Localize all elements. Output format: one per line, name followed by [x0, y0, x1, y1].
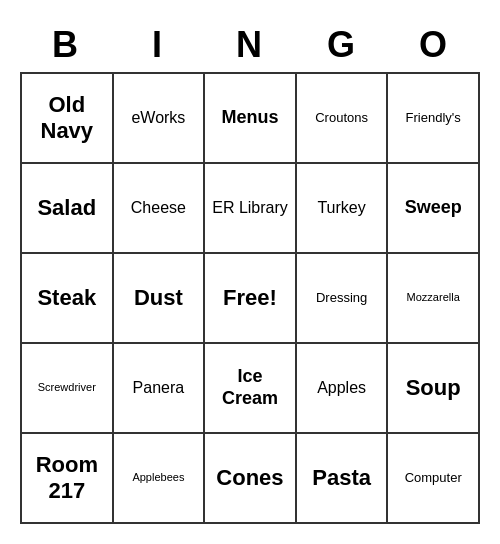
- cell-text: Cheese: [118, 198, 200, 217]
- bingo-cell: Screwdriver: [22, 344, 114, 434]
- cell-text: Free!: [209, 285, 291, 311]
- bingo-cell: Computer: [388, 434, 480, 524]
- bingo-grid: Old NavyeWorksMenusCroutonsFriendly'sSal…: [20, 72, 480, 524]
- bingo-cell: Dressing: [297, 254, 389, 344]
- bingo-cell: Pasta: [297, 434, 389, 524]
- bingo-cell: Mozzarella: [388, 254, 480, 344]
- header-letter: B: [20, 20, 112, 70]
- cell-text: Panera: [118, 378, 200, 397]
- bingo-cell: Room 217: [22, 434, 114, 524]
- bingo-cell: Menus: [205, 74, 297, 164]
- cell-text: Sweep: [392, 197, 474, 219]
- cell-text: Friendly's: [392, 110, 474, 126]
- cell-text: Steak: [26, 285, 108, 311]
- cell-text: Pasta: [301, 465, 383, 491]
- cell-text: Room 217: [26, 452, 108, 505]
- bingo-cell: Soup: [388, 344, 480, 434]
- cell-text: eWorks: [118, 108, 200, 127]
- cell-text: Turkey: [301, 198, 383, 217]
- cell-text: Dust: [118, 285, 200, 311]
- bingo-cell: Applebees: [114, 434, 206, 524]
- bingo-cell: Cheese: [114, 164, 206, 254]
- cell-text: Menus: [209, 107, 291, 129]
- cell-text: Soup: [392, 375, 474, 401]
- cell-text: Cones: [209, 465, 291, 491]
- bingo-cell: Old Navy: [22, 74, 114, 164]
- cell-text: ER Library: [209, 198, 291, 217]
- bingo-cell: Friendly's: [388, 74, 480, 164]
- bingo-cell: Salad: [22, 164, 114, 254]
- bingo-cell: Panera: [114, 344, 206, 434]
- cell-text: Apples: [301, 378, 383, 397]
- cell-text: Ice Cream: [209, 366, 291, 409]
- bingo-cell: Cones: [205, 434, 297, 524]
- bingo-cell: Steak: [22, 254, 114, 344]
- cell-text: Mozzarella: [392, 291, 474, 304]
- bingo-cell: Croutons: [297, 74, 389, 164]
- bingo-cell: eWorks: [114, 74, 206, 164]
- bingo-cell: Free!: [205, 254, 297, 344]
- bingo-cell: Turkey: [297, 164, 389, 254]
- bingo-cell: Apples: [297, 344, 389, 434]
- bingo-cell: Sweep: [388, 164, 480, 254]
- cell-text: Salad: [26, 195, 108, 221]
- cell-text: Applebees: [118, 471, 200, 484]
- header-letter: G: [296, 20, 388, 70]
- cell-text: Screwdriver: [26, 381, 108, 394]
- bingo-card: BINGO Old NavyeWorksMenusCroutonsFriendl…: [10, 10, 490, 534]
- header-letter: O: [388, 20, 480, 70]
- cell-text: Computer: [392, 470, 474, 486]
- bingo-header: BINGO: [20, 20, 480, 70]
- bingo-cell: Ice Cream: [205, 344, 297, 434]
- cell-text: Dressing: [301, 290, 383, 306]
- header-letter: N: [204, 20, 296, 70]
- bingo-cell: ER Library: [205, 164, 297, 254]
- cell-text: Old Navy: [26, 92, 108, 145]
- bingo-cell: Dust: [114, 254, 206, 344]
- header-letter: I: [112, 20, 204, 70]
- cell-text: Croutons: [301, 110, 383, 126]
